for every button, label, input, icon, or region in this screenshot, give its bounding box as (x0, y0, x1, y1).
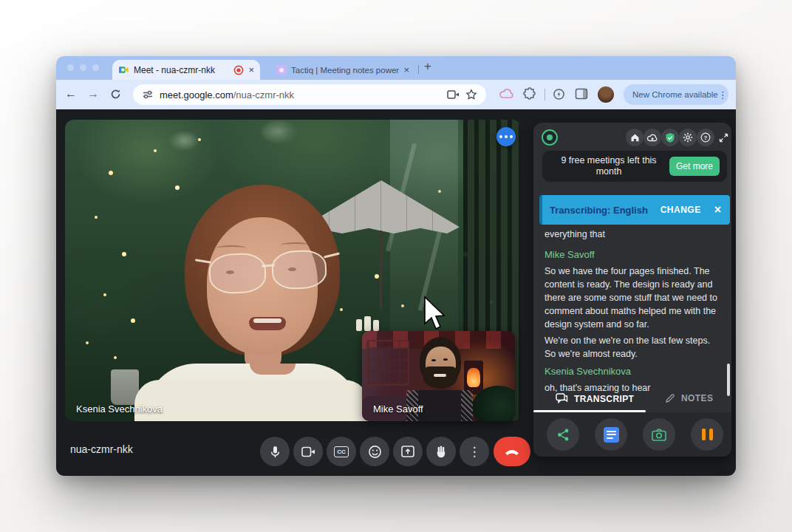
cloud-upload-button[interactable] (644, 129, 661, 146)
tab-meet-title: Meet - nua-czmr-nkk (134, 65, 229, 75)
pip-window (366, 340, 409, 386)
svg-text:?: ? (704, 134, 708, 141)
camera-button[interactable] (293, 437, 323, 466)
transcript-paragraph: So we have the four pages finished. The … (544, 265, 717, 331)
camera-in-use-icon[interactable] (447, 89, 460, 100)
change-language-button[interactable]: CHANGE (660, 205, 701, 215)
side-panel-icon[interactable] (575, 88, 588, 100)
tab-meet-close-icon[interactable]: × (248, 65, 254, 75)
participant-shirt (134, 380, 369, 421)
tactiq-panel: ? 9 free meetings left this month Get mo… (533, 123, 731, 457)
share-button[interactable] (547, 418, 579, 451)
performance-icon[interactable] (553, 88, 565, 100)
update-chrome-button[interactable]: New Chrome available ⋮ (624, 84, 728, 105)
transcript-chat-icon (556, 393, 568, 404)
eye (288, 267, 296, 271)
desktop: Meet - nua-czmr-nkk × Tactiq | Meeting n… (0, 0, 792, 532)
pause-transcription-button[interactable] (691, 418, 723, 451)
captions-button[interactable]: CC (327, 437, 356, 466)
tactiq-logo-icon (542, 129, 558, 146)
home-button[interactable] (626, 129, 644, 146)
bookmark-star-icon[interactable] (465, 89, 477, 100)
get-more-button[interactable]: Get more (669, 157, 720, 176)
export-to-docs-button[interactable] (595, 418, 627, 451)
tab-transcript-label: TRANSCRIPT (574, 394, 634, 404)
site-settings-icon[interactable] (142, 89, 154, 100)
window-close-button[interactable] (67, 64, 74, 71)
eyebrow (281, 242, 310, 248)
smile (434, 374, 446, 377)
pip-participant-name: Mike Savoff (373, 403, 423, 415)
window-minimize-button[interactable] (80, 64, 86, 71)
candle (373, 320, 379, 331)
tab-meet[interactable]: Meet - nua-czmr-nkk × (112, 60, 260, 80)
transcript-scrollbar[interactable] (727, 364, 730, 396)
profile-avatar[interactable] (598, 86, 614, 103)
transcript-speaker: Mike Savoff (544, 248, 717, 262)
quota-banner: 9 free meetings left this month Get more (542, 151, 727, 182)
notes-pencil-icon (665, 393, 675, 403)
chat-bubble-button[interactable] (496, 127, 516, 146)
google-docs-icon (604, 427, 619, 443)
tab-strip: Meet - nua-czmr-nkk × Tactiq | Meeting n… (56, 56, 736, 80)
shirt-collar (250, 364, 296, 375)
mouse-cursor (423, 296, 445, 331)
main-participant-name: Ksenia Svechnikova (76, 403, 163, 415)
new-tab-button[interactable]: + (424, 59, 431, 74)
meeting-code: nua-czmr-nkk (70, 443, 133, 455)
mouth (249, 317, 286, 330)
tab-transcript[interactable]: TRANSCRIPT (556, 393, 634, 404)
chrome-menu-icon[interactable]: ⋮ (718, 89, 728, 100)
tactiq-action-bar (533, 412, 731, 457)
reload-button[interactable] (109, 88, 122, 100)
browser-window: Meet - nua-czmr-nkk × Tactiq | Meeting n… (56, 56, 736, 476)
candle (364, 316, 371, 331)
url-text: meet.google.com/nua-czmr-nkk (160, 89, 294, 100)
extensions-puzzle-icon[interactable] (523, 87, 536, 100)
privacy-shield-button[interactable] (661, 129, 679, 146)
forward-button[interactable]: → (87, 87, 99, 100)
present-button[interactable] (393, 437, 423, 466)
tactiq-tab-icon (276, 65, 287, 75)
collapse-panel-button[interactable] (714, 129, 732, 146)
tab-divider (418, 65, 419, 74)
tab-notes-label: NOTES (681, 393, 713, 403)
eye (443, 358, 448, 361)
eye (431, 359, 436, 361)
string-lights (65, 120, 68, 123)
umbrella-pole (380, 231, 382, 308)
reactions-button[interactable] (360, 437, 389, 466)
tab-notes[interactable]: NOTES (665, 393, 713, 403)
browser-toolbar: ← → meet.google.com/nua-czmr-nkk (56, 80, 736, 109)
tab-tactiq[interactable]: Tactiq | Meeting notes power × (270, 60, 415, 80)
pip-video-tile[interactable]: Mike Savoff (362, 331, 515, 421)
candle (356, 319, 362, 331)
address-bar[interactable]: meet.google.com/nua-czmr-nkk (133, 84, 486, 105)
back-button[interactable]: ← (65, 87, 77, 100)
transcript-paragraph: We're on the we're on the last few steps… (544, 334, 717, 361)
transcribing-label: Transcribing: English (550, 205, 660, 216)
screenshot-button[interactable] (643, 418, 675, 451)
toolbar-divider (544, 89, 545, 100)
quota-text: 9 free meetings left this month (553, 155, 665, 177)
more-options-button[interactable]: ⋮ (460, 437, 489, 466)
help-button[interactable]: ? (697, 129, 714, 146)
glasses-left-lens (208, 253, 267, 295)
pip-participant-beard (423, 366, 457, 389)
tab-tactiq-close-icon[interactable]: × (403, 65, 409, 75)
transcribing-banner: Transcribing: English CHANGE × (539, 195, 730, 225)
extension-cloud-icon[interactable] (499, 88, 513, 100)
end-call-button[interactable] (494, 437, 530, 466)
mic-button[interactable] (260, 437, 290, 466)
recording-indicator-icon (233, 65, 244, 75)
eye (226, 270, 234, 274)
banner-close-icon[interactable]: × (714, 204, 721, 216)
transcript-speaker: Ksenia Svechnikova (544, 365, 717, 378)
window-zoom-button[interactable] (92, 64, 99, 71)
eyebrow (216, 245, 246, 251)
tab-tactiq-title: Tactiq | Meeting notes power (291, 66, 399, 75)
meet-icon (118, 64, 129, 75)
glasses-right-lens (271, 249, 328, 290)
settings-gear-button[interactable] (679, 129, 697, 146)
raise-hand-button[interactable] (426, 437, 456, 466)
